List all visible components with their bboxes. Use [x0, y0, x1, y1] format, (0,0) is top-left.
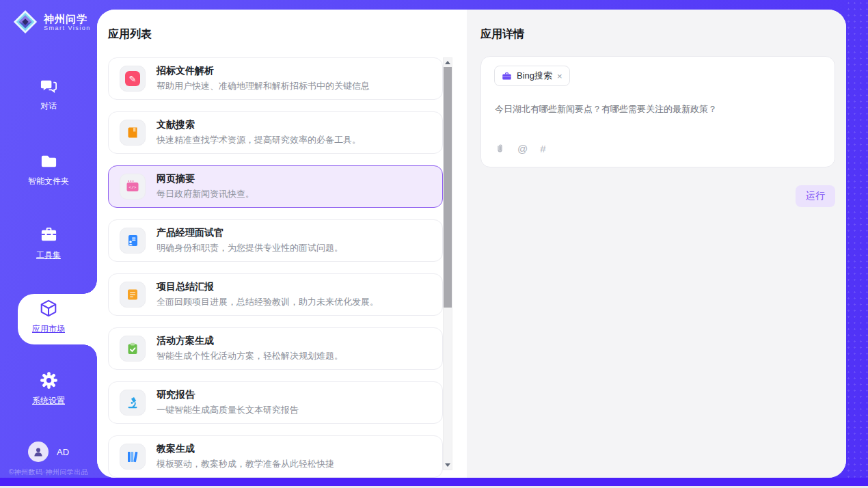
user-account[interactable]: AD [0, 442, 97, 462]
app-name: 招标文件解析 [157, 65, 370, 77]
interview-doc-icon [120, 228, 146, 254]
sidebar-item-label: 工具集 [36, 249, 61, 261]
pen-square-icon: ✎ [120, 66, 146, 92]
app-detail-panel: 应用详情 Bing搜索 × 今日湖北有哪些新闻要点？有哪些需要关注的最新政策？ [467, 10, 846, 478]
app-card-literature-search[interactable]: 文献搜索 快速精准查找学术资源，提高研究效率的必备工具。 [108, 111, 443, 154]
sidebar-item-app-market[interactable]: 应用市场 [0, 299, 97, 335]
brand-subtitle: Smart Vision [44, 25, 91, 31]
note-icon [120, 282, 146, 308]
copyright-text: ©神州数码·神州问学出品 [0, 467, 97, 477]
books-icon [120, 444, 146, 470]
sidebar-item-toolset[interactable]: 工具集 [0, 226, 97, 261]
app-card-project-summary[interactable]: 项目总结汇报 全面回顾项目进展，总结经验教训，助力未来优化发展。 [108, 273, 443, 316]
app-list: ✎ 招标文件解析 帮助用户快速、准确地理解和解析招标书中的关键信息 文献搜索 快… [108, 57, 443, 478]
app-name: 研究报告 [157, 389, 299, 401]
bottom-accent-strip [0, 478, 868, 486]
app-desc: 智能生成个性化活动方案，轻松解决规划难题。 [157, 350, 343, 362]
main-panel: 应用列表 ✎ 招标文件解析 帮助用户快速、准确地理解和解析招标书中的关键信息 [97, 10, 846, 478]
microscope-icon [120, 390, 146, 416]
attachment-icon[interactable] [495, 143, 505, 154]
sidebar: 神州问学 Smart Vision 对话 智能文件夹 工具集 应用市场 [0, 0, 97, 478]
gear-icon [40, 371, 58, 390]
brand: 神州问学 Smart Vision [12, 9, 91, 35]
close-icon[interactable]: × [557, 72, 562, 81]
app-name: 网页摘要 [157, 173, 254, 185]
app-desc: 一键智能生成高质量长文本研究报告 [157, 404, 299, 416]
mention-icon[interactable]: @ [517, 143, 528, 154]
app-list-panel: 应用列表 ✎ 招标文件解析 帮助用户快速、准确地理解和解析招标书中的关键信息 [97, 10, 467, 478]
sidebar-item-chat[interactable]: 对话 [0, 77, 97, 112]
prompt-composer[interactable]: Bing搜索 × 今日湖北有哪些新闻要点？有哪些需要关注的最新政策？ @ # [480, 56, 835, 167]
sidebar-item-settings[interactable]: 系统设置 [0, 371, 97, 407]
scroll-up-icon[interactable] [444, 58, 452, 67]
app-name: 活动方案生成 [157, 335, 343, 347]
app-desc: 模板驱动，教案秒成，教学准备从此轻松快捷 [157, 458, 334, 470]
app-name: 教案生成 [157, 443, 334, 455]
query-text[interactable]: 今日湖北有哪些新闻要点？有哪些需要关注的最新政策？ [495, 103, 821, 116]
user-initials: AD [57, 447, 69, 457]
clipboard-check-icon [120, 336, 146, 362]
app-card-web-summary[interactable]: </> 网页摘要 每日政府新闻资讯快查。 [108, 165, 443, 208]
sidebar-item-label: 系统设置 [32, 395, 65, 407]
person-icon [32, 446, 44, 458]
tool-tag-label: Bing搜索 [517, 70, 552, 82]
app-detail-title: 应用详情 [480, 27, 524, 42]
app-desc: 每日政府新闻资讯快查。 [157, 188, 254, 200]
composer-toolbar: @ # [495, 143, 546, 154]
folder-icon [40, 152, 58, 170]
brand-name: 神州问学 [44, 13, 91, 25]
app-list-scrollbar[interactable] [443, 57, 452, 470]
sidebar-item-label: 智能文件夹 [28, 176, 69, 187]
avatar [28, 442, 49, 462]
app-desc: 明确身份和职责，为您提供专业性的面试问题。 [157, 242, 343, 254]
sidebar-item-label: 对话 [40, 100, 57, 112]
sidebar-item-label: 应用市场 [32, 323, 65, 335]
app-card-event-plan[interactable]: 活动方案生成 智能生成个性化活动方案，轻松解决规划难题。 [108, 327, 443, 370]
app-name: 产品经理面试官 [157, 227, 343, 239]
briefcase-icon [502, 71, 512, 81]
app-desc: 全面回顾项目进展，总结经验教训，助力未来优化发展。 [157, 296, 379, 308]
app-desc: 快速精准查找学术资源，提高研究效率的必备工具。 [157, 134, 361, 146]
app-card-lesson-plan[interactable]: 教案生成 模板驱动，教案秒成，教学准备从此轻松快捷 [108, 435, 443, 478]
chat-icon [40, 77, 58, 95]
dotted-background-pattern [845, 0, 868, 478]
app-name: 文献搜索 [157, 119, 361, 131]
toolbox-icon [40, 226, 58, 244]
run-button[interactable]: 运行 [796, 185, 835, 207]
app-card-pm-interviewer[interactable]: 产品经理面试官 明确身份和职责，为您提供专业性的面试问题。 [108, 219, 443, 262]
browser-code-icon: </> [120, 174, 146, 200]
scrollbar-thumb[interactable] [444, 67, 452, 308]
cube-icon [39, 299, 58, 318]
app-name: 项目总结汇报 [157, 281, 379, 293]
app-desc: 帮助用户快速、准确地理解和解析招标书中的关键信息 [157, 80, 370, 92]
scroll-down-icon[interactable] [444, 461, 452, 470]
book-icon [120, 120, 146, 146]
hashtag-icon[interactable]: # [540, 143, 545, 154]
app-card-research-report[interactable]: 研究报告 一键智能生成高质量长文本研究报告 [108, 381, 443, 424]
brand-logo-icon [12, 9, 38, 35]
svg-text:</>: </> [129, 185, 137, 190]
tool-tag-bing-search[interactable]: Bing搜索 × [494, 66, 570, 86]
sidebar-item-smart-folder[interactable]: 智能文件夹 [0, 152, 97, 187]
app-card-bid-document-parse[interactable]: ✎ 招标文件解析 帮助用户快速、准确地理解和解析招标书中的关键信息 [108, 57, 443, 100]
app-list-title: 应用列表 [108, 27, 152, 42]
